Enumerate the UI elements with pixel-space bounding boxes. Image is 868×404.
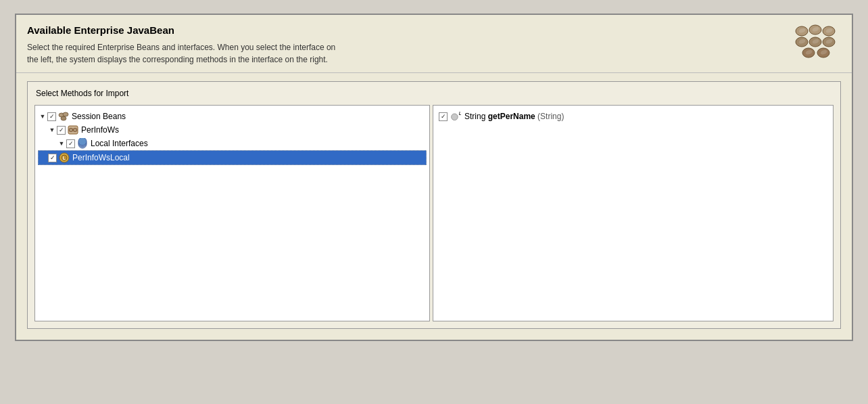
checkbox-session-beans[interactable]: ✓	[47, 112, 56, 121]
arrow-per-info-ws[interactable]: ▼	[47, 125, 57, 135]
icon-local-interfaces	[77, 138, 88, 149]
svg-point-28	[452, 114, 458, 120]
method-icon-get-per-name: L	[450, 111, 461, 122]
tree-item-per-info-ws-local[interactable]: ✓ L PerInfoWsLocal	[38, 150, 427, 165]
checkbox-local-interfaces[interactable]: ✓	[66, 139, 75, 148]
checkbox-per-info-ws[interactable]: ✓	[57, 126, 66, 135]
dialog-header: Available Enterprise JavaBean Select the…	[16, 15, 852, 73]
section-title: Select Methods for Import	[36, 89, 834, 98]
label-local-interfaces: Local Interfaces	[91, 139, 148, 148]
dialog-icon-area	[794, 24, 841, 65]
svg-point-24	[78, 138, 87, 145]
select-methods-section: Select Methods for Import ▼ ✓	[27, 81, 841, 329]
svg-point-21	[73, 129, 77, 132]
bean-cluster-icon	[794, 24, 840, 62]
arrow-session-beans[interactable]: ▼	[38, 112, 47, 121]
checkbox-per-info-ws-local[interactable]: ✓	[48, 154, 57, 162]
dialog-title: Available Enterprise JavaBean	[27, 24, 787, 36]
label-per-info-ws-local: PerInfoWsLocal	[72, 153, 130, 162]
left-panel-tree[interactable]: ▼ ✓ Session Beans	[34, 105, 430, 321]
icon-session-beans	[58, 111, 69, 122]
method-checkbox-get-per-name[interactable]: ✓	[439, 112, 448, 121]
method-return-type: String	[464, 112, 485, 121]
svg-point-20	[69, 129, 73, 132]
label-session-beans: Session Beans	[72, 112, 126, 121]
panels-row: ▼ ✓ Session Beans	[34, 105, 834, 321]
icon-per-info-ws	[68, 125, 78, 135]
method-name: getPerName	[488, 112, 535, 121]
svg-point-18	[61, 116, 66, 120]
svg-text:L: L	[459, 111, 461, 116]
tree-item-session-beans[interactable]: ▼ ✓ Session Beans	[38, 110, 427, 123]
tree-item-local-interfaces[interactable]: ▼ ✓ Local Interfaces	[38, 137, 427, 150]
arrow-per-info-ws-local[interactable]	[41, 153, 48, 162]
available-enterprise-javabean-dialog: Available Enterprise JavaBean Select the…	[15, 14, 853, 341]
svg-text:L: L	[63, 156, 66, 160]
dialog-header-left: Available Enterprise JavaBean Select the…	[27, 24, 787, 66]
icon-per-info-ws-local: L	[59, 152, 70, 163]
label-per-info-ws: PerInfoWs	[81, 125, 119, 135]
dialog-body: Select Methods for Import ▼ ✓	[16, 73, 852, 340]
right-panel-methods: ✓ L String getPerName (St	[433, 105, 834, 321]
method-item-get-per-name[interactable]: ✓ L String getPerName (St	[439, 110, 827, 123]
tree-item-per-info-ws[interactable]: ▼ ✓ PerInfoWs	[38, 123, 427, 137]
method-params: (String)	[537, 112, 564, 121]
dialog-description: Select the required Enterprise Beans and…	[27, 41, 787, 66]
method-label-get-per-name: String getPerName (String)	[464, 112, 564, 121]
svg-point-17	[63, 112, 68, 116]
arrow-local-interfaces[interactable]: ▼	[57, 139, 66, 148]
